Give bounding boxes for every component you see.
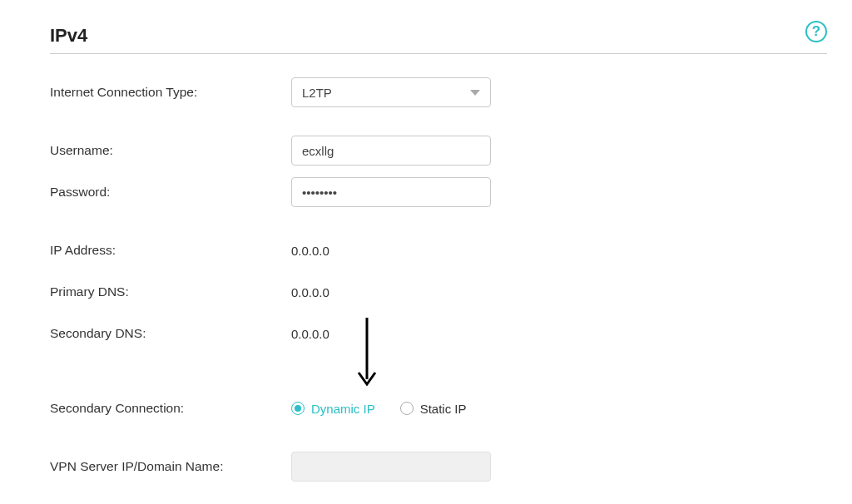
label-secondary-dns: Secondary DNS: xyxy=(50,326,291,341)
row-primary-dns: Primary DNS: 0.0.0.0 xyxy=(50,277,827,307)
radio-dynamic-ip[interactable]: Dynamic IP xyxy=(291,402,375,416)
radio-group-secondary-connection: Dynamic IP Static IP xyxy=(291,402,827,416)
help-icon[interactable]: ? xyxy=(805,21,827,42)
label-secondary-connection: Secondary Connection: xyxy=(50,401,291,416)
select-connection-type-value: L2TP xyxy=(302,86,332,100)
label-username: Username: xyxy=(50,143,291,158)
row-vpn-server: VPN Server IP/Domain Name: xyxy=(50,452,827,482)
row-connection-type: Internet Connection Type: L2TP xyxy=(50,77,827,107)
value-primary-dns: 0.0.0.0 xyxy=(291,285,329,299)
radio-label-static-ip: Static IP xyxy=(420,402,467,416)
input-vpn-server[interactable] xyxy=(291,452,491,482)
label-vpn-server: VPN Server IP/Domain Name: xyxy=(50,459,291,474)
row-ip-address: IP Address: 0.0.0.0 xyxy=(50,235,827,265)
input-password[interactable] xyxy=(291,177,491,207)
select-connection-type[interactable]: L2TP xyxy=(291,77,491,107)
row-secondary-connection: Secondary Connection: Dynamic IP Static … xyxy=(50,393,827,423)
chevron-down-icon xyxy=(470,90,480,96)
label-connection-type: Internet Connection Type: xyxy=(50,85,291,100)
value-ip-address: 0.0.0.0 xyxy=(291,244,329,258)
label-ip-address: IP Address: xyxy=(50,243,291,258)
radio-dot-icon xyxy=(295,405,301,412)
row-secondary-dns: Secondary DNS: 0.0.0.0 xyxy=(50,319,827,348)
radio-label-dynamic-ip: Dynamic IP xyxy=(311,402,375,416)
page-title: IPv4 xyxy=(50,25,87,47)
value-secondary-dns: 0.0.0.0 xyxy=(291,327,329,341)
header-row: IPv4 ? xyxy=(50,25,827,54)
row-password: Password: xyxy=(50,177,827,207)
row-username: Username: xyxy=(50,136,827,166)
radio-static-ip[interactable]: Static IP xyxy=(400,402,467,416)
radio-icon-selected xyxy=(291,402,305,415)
label-password: Password: xyxy=(50,185,291,200)
input-username[interactable] xyxy=(291,136,491,166)
label-primary-dns: Primary DNS: xyxy=(50,284,291,299)
radio-icon-unselected xyxy=(400,402,414,415)
